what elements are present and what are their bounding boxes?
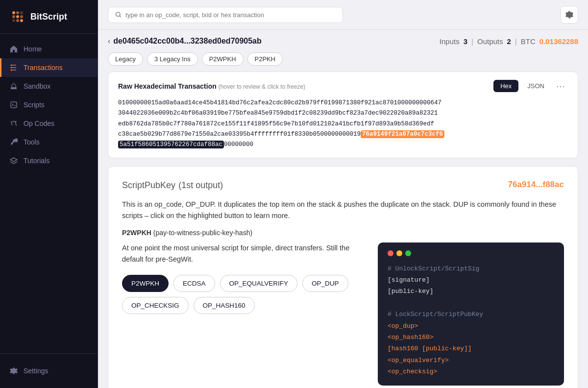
sidebar-item-scripts[interactable]: Scripts [0,96,98,114]
hex-btn-hex[interactable]: Hex [493,80,518,92]
sidebar-label-settings: Settings [24,367,49,375]
svg-point-3 [12,15,15,18]
tx-id-wrapper: ‹ de0465c042cc00b4...3238ed0ed70905ab [108,37,262,46]
tx-meta: Inputs 3 | Outputs 2 | BTC 0.01362288 [440,37,578,46]
home-icon [10,45,18,53]
sidebar-label-scripts: Scripts [24,101,45,109]
dot-yellow [396,250,402,256]
separator-1: | [471,37,473,46]
script-card-header: ScriptPubKey (1st output) 76a914...f88ac [122,178,564,191]
sidebar-label-home: Home [24,45,42,53]
hex-more-button[interactable]: ⋯ [553,81,568,92]
dot-green [405,250,411,256]
hex-btn-group: Hex JSON ⋯ [493,80,568,92]
svg-point-10 [11,67,12,69]
transactions-icon [10,64,18,72]
hex-card: Raw Hexadecimal Transaction (hover to re… [108,72,578,158]
svg-point-1 [16,11,19,14]
settings-button[interactable] [561,6,578,24]
transaction-id: de0465c042cc00b4...3238ed0ed70905ab [113,37,261,46]
hex-btn-json[interactable]: JSON [520,80,551,92]
sandbox-icon [10,82,18,90]
script-tag-ecdsa[interactable]: ECDSA [173,275,215,292]
hex-line-2: 3044022036e009b2c4bf06a03919be775bfea845… [118,110,438,117]
sidebar-nav: Home Transactions Sandbox Scripts Op Cod… [0,34,98,353]
content-area: ‹ de0465c042cc00b4...3238ed0ed70905ab In… [98,30,588,388]
code-line-2: [public-key] [388,286,554,297]
tutorials-icon [10,157,18,165]
tx-header: ‹ de0465c042cc00b4...3238ed0ed70905ab In… [98,30,588,52]
script-tag-op-equalverify[interactable]: OP_EQUALVERIFY [220,275,298,292]
sidebar-item-opcodes[interactable]: Op Codes [0,114,98,133]
script-hash: 76a914...f88ac [508,180,564,190]
gear-icon [565,11,573,19]
sidebar-label-opcodes: Op Codes [24,120,54,127]
code-op1: <op_dup> [388,320,554,332]
svg-point-5 [20,15,23,18]
search-wrapper[interactable] [108,7,343,23]
script-body-text: At one point the most universal script f… [122,242,366,265]
script-card: ScriptPubKey (1st output) 76a914...f88ac… [108,166,578,388]
settings-nav-icon [10,367,18,375]
tag-p2pkh[interactable]: P2PKH [247,52,283,66]
svg-point-4 [16,15,19,18]
topbar [98,0,588,30]
hex-content: 01000000015ad0a6aad14ce45b41814bd76c2afe… [118,98,568,150]
sidebar-item-settings[interactable]: Settings [0,362,98,380]
tag-legacy-ins[interactable]: 3 Legacy Ins [147,52,198,66]
tags-row: Legacy 3 Legacy Ins P2WPKH P2PKH [98,52,588,72]
opcodes-icon [10,120,18,127]
back-arrow-icon[interactable]: ‹ [108,37,110,46]
script-left: At one point the most universal script f… [122,242,366,314]
hex-highlight-orange[interactable]: 76a9149f21a07a0c7c3cf6 [361,130,444,138]
sidebar-item-transactions[interactable]: Transactions [0,58,98,77]
inputs-label: Inputs [440,37,460,46]
hex-line-4: c38cae5b029b77d8679e71550a2cae03395b4fff… [118,131,361,138]
script-title-group: ScriptPubKey (1st output) [122,178,223,191]
svg-point-0 [12,11,15,14]
code-op4: <op_equalverify> [388,355,554,366]
code-line-1: [signature] [388,274,554,286]
sidebar: BitScript Home Transactions Sandbox Scri… [0,0,98,388]
script-type-label: P2WPKH (pay-to-witness-public-key-hash) [122,229,564,237]
script-card-title: ScriptPubKey (1st output) [122,178,223,191]
script-description: This is an op_code, OP_DUP. It duplicate… [122,199,564,221]
script-tag-op-checksig[interactable]: OP_CHECKSIG [122,297,189,314]
sidebar-label-tools: Tools [24,138,40,146]
sidebar-item-sandbox[interactable]: Sandbox [0,77,98,96]
tools-icon [10,138,18,146]
tag-legacy[interactable]: Legacy [108,52,143,66]
main-content: ‹ de0465c042cc00b4...3238ed0ed70905ab In… [98,0,588,388]
svg-point-8 [20,19,23,22]
logo-area: BitScript [0,0,98,34]
svg-point-9 [11,65,12,66]
separator-2: | [515,37,517,46]
outputs-label: Outputs [477,37,503,46]
bitscript-logo-icon [10,9,25,24]
script-tag-op-dup[interactable]: OP_DUP [302,275,348,292]
hex-card-title: Raw Hexadecimal Transaction (hover to re… [118,82,305,90]
script-tag-p2wpkh[interactable]: P2WPKH [122,275,169,292]
script-tag-op-hash160[interactable]: OP_HASH160 [194,297,255,314]
hex-card-title-wrapper: Raw Hexadecimal Transaction (hover to re… [118,82,305,91]
code-op5: <op_checksig> [388,366,554,377]
sidebar-item-tools[interactable]: Tools [0,133,98,151]
logo-text: BitScript [30,12,67,22]
hex-card-hint: (hover to review & click to freeze) [219,83,305,90]
script-tags: P2WPKH ECDSA OP_EQUALVERIFY OP_DUP OP_CH… [122,275,366,314]
sidebar-item-home[interactable]: Home [0,40,98,58]
hex-line-3: edb8762da785b0c7f780a761872ce155f11f4189… [118,121,434,127]
hex-highlight-dark[interactable]: 5a51f586051395762267cdaf88ac [118,141,224,148]
search-input[interactable] [125,11,336,19]
script-code-block: # UnlockScript/ScriptSig [signature] [pu… [378,242,564,386]
code-dots [388,250,554,256]
code-comment-1: # UnlockScript/ScriptSig [388,263,554,274]
tag-p2wpkh[interactable]: P2WPKH [202,52,244,66]
sidebar-bottom: Settings [0,353,98,388]
hex-card-header: Raw Hexadecimal Transaction (hover to re… [118,80,568,92]
scripts-icon [10,101,18,109]
svg-point-2 [20,11,23,14]
search-icon [115,11,122,18]
sidebar-item-tutorials[interactable]: Tutorials [0,151,98,170]
hex-end: 00000000 [224,141,253,148]
